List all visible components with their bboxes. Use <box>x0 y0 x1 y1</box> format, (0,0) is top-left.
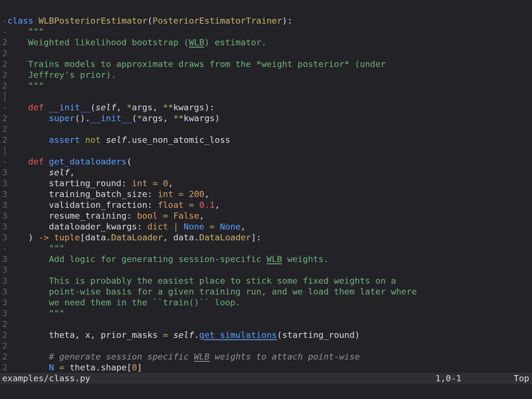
fold-level-indicator: 3 <box>2 211 7 221</box>
code-line[interactable]: 3 ) -> tuple[data.DataLoader, data.DataL… <box>2 232 532 243</box>
code-area[interactable]: -class WLBPosteriorEstimator(PosteriorEs… <box>0 0 532 373</box>
line-text: theta, x, prior_masks = self.get_simulat… <box>7 330 360 340</box>
line-text: point-wise basis for a given training ru… <box>7 286 417 296</box>
code-line[interactable]: 3 self, <box>2 167 532 178</box>
command-line[interactable] <box>0 384 532 399</box>
code-line[interactable]: 3 starting_round: int = 0, <box>2 178 532 189</box>
fold-level-indicator: 3 <box>2 178 7 188</box>
editor-window: -class WLBPosteriorEstimator(PosteriorEs… <box>0 0 532 399</box>
fold-open-indicator[interactable]: - <box>2 26 7 36</box>
line-text: ) -> tuple[data.DataLoader, data.DataLoa… <box>7 232 262 242</box>
fold-level-indicator: 3 <box>2 221 7 231</box>
code-line[interactable]: 3 training_batch_size: int = 200, <box>2 189 532 200</box>
code-line[interactable]: 3 <box>2 265 532 275</box>
line-text: Jeffrey's prior). <box>7 70 116 80</box>
line-text: we need them in the ``train()`` loop. <box>7 297 241 307</box>
fold-level-indicator: 3 <box>2 254 7 264</box>
fold-level-indicator: 2 <box>2 135 7 145</box>
line-text: training_batch_size: int = 200, <box>7 189 210 199</box>
line-text: """ <box>7 81 44 91</box>
line-text: super().__init__(*args, **kwargs) <box>7 113 220 123</box>
line-text: This is probably the easiest place to st… <box>7 276 396 286</box>
fold-open-indicator[interactable]: - <box>2 243 7 253</box>
fold-level-indicator: 2 <box>2 59 7 69</box>
fold-open-indicator[interactable]: - <box>2 102 7 112</box>
line-text: class WLBPosteriorEstimator(PosteriorEst… <box>7 16 293 26</box>
fold-level-indicator: 2 <box>2 341 7 351</box>
code-line[interactable] <box>2 4 532 15</box>
code-line[interactable]: 2 assert not self.use_non_atomic_loss <box>2 134 532 145</box>
code-line[interactable]: 3 This is probably the easiest place to … <box>2 275 532 286</box>
code-line[interactable]: 3 """ <box>2 308 532 319</box>
cursor-position: 1,0-1 <box>435 373 461 384</box>
line-text: starting_round: int = 0, <box>7 178 173 188</box>
code-line[interactable]: 2 <box>2 340 532 351</box>
line-text: validation_fraction: float = 0.1, <box>7 200 220 210</box>
fold-level-indicator: 2 <box>2 81 7 91</box>
fold-level-indicator: 3 <box>2 200 7 210</box>
fold-level-indicator: 3 <box>2 167 7 177</box>
line-text: def get_dataloaders( <box>7 156 132 166</box>
fold-level-indicator: │ <box>2 91 7 101</box>
fold-level-indicator: 2 <box>2 362 7 372</box>
fold-level-indicator: 2 <box>2 37 7 47</box>
code-line[interactable]: 2 # generate session specific WLB weight… <box>2 351 532 362</box>
code-line[interactable]: - """ <box>2 26 532 37</box>
fold-open-indicator[interactable]: - <box>2 16 7 26</box>
code-line[interactable]: 3 we need them in the ``train()`` loop. <box>2 297 532 308</box>
fold-level-indicator: 2 <box>2 48 7 58</box>
fold-level-indicator: 3 <box>2 265 7 275</box>
fold-level-indicator: 3 <box>2 189 7 199</box>
line-text: Weighted likelihood bootstrap (WLB) esti… <box>7 37 267 47</box>
code-line[interactable]: 2 super().__init__(*args, **kwargs) <box>2 113 532 124</box>
statusline-filename: examples/class.py <box>2 373 90 384</box>
code-line[interactable]: 3 dataloader_kwargs: dict | None = None, <box>2 221 532 232</box>
line-text: dataloader_kwargs: dict | None = None, <box>7 221 246 231</box>
fold-open-indicator[interactable]: - <box>2 156 7 166</box>
code-line[interactable]: 2 N = theta.shape[0] <box>2 362 532 373</box>
fold-level-indicator: 2 <box>2 319 7 329</box>
line-text: """ <box>7 308 64 318</box>
line-text: """ <box>7 26 44 36</box>
code-line[interactable]: 3 validation_fraction: float = 0.1, <box>2 200 532 210</box>
code-line[interactable]: │ <box>2 91 532 102</box>
code-line[interactable]: - def get_dataloaders( <box>2 156 532 167</box>
status-bar: examples/class.py 1,0-1 Top <box>0 373 532 384</box>
code-line[interactable]: 3 Add logic for generating session-speci… <box>2 254 532 265</box>
fold-level-indicator: │ <box>2 146 7 156</box>
fold-level-indicator: 3 <box>2 308 7 318</box>
code-line[interactable]: 3 point-wise basis for a given training … <box>2 286 532 297</box>
fold-level-indicator: 2 <box>2 124 7 134</box>
code-line[interactable]: │ <box>2 145 532 156</box>
code-line[interactable]: -class WLBPosteriorEstimator(PosteriorEs… <box>2 15 532 26</box>
line-text: self, <box>7 167 75 177</box>
code-line[interactable]: 2 Weighted likelihood bootstrap (WLB) es… <box>2 37 532 48</box>
line-text: def __init__(self, *args, **kwargs): <box>7 102 215 112</box>
line-text: # generate session specific WLB weights … <box>7 351 360 361</box>
code-line[interactable]: - """ <box>2 243 532 254</box>
code-line[interactable]: 2 Jeffrey's prior). <box>2 69 532 80</box>
code-line[interactable]: 2 """ <box>2 80 532 91</box>
code-line[interactable]: 2 theta, x, prior_masks = self.get_simul… <box>2 330 532 340</box>
code-line[interactable]: 2 <box>2 124 532 134</box>
fold-level-indicator: 2 <box>2 70 7 80</box>
fold-level-indicator: 3 <box>2 297 7 307</box>
line-text: Add logic for generating session-specifi… <box>7 254 329 264</box>
line-text: Trains models to approximate draws from … <box>7 59 386 69</box>
code-line[interactable]: 2 Trains models to approximate draws fro… <box>2 59 532 69</box>
fold-level-indicator: 3 <box>2 232 7 242</box>
code-line[interactable]: - def __init__(self, *args, **kwargs): <box>2 102 532 113</box>
fold-level-indicator: 2 <box>2 330 7 340</box>
fold-level-indicator: 3 <box>2 276 7 286</box>
fold-level-indicator: 2 <box>2 351 7 361</box>
fold-column-blank <box>2 5 7 15</box>
code-line[interactable]: 2 <box>2 319 532 330</box>
scroll-indicator: Top <box>514 373 529 384</box>
fold-level-indicator: 3 <box>2 286 7 296</box>
line-text: """ <box>7 243 64 253</box>
line-text: assert not self.use_non_atomic_loss <box>7 135 230 145</box>
code-line[interactable]: 2 <box>2 48 532 59</box>
code-line[interactable]: 3 resume_training: bool = False, <box>2 210 532 221</box>
fold-level-indicator: 2 <box>2 113 7 123</box>
line-text: N = theta.shape[0] <box>7 362 142 372</box>
